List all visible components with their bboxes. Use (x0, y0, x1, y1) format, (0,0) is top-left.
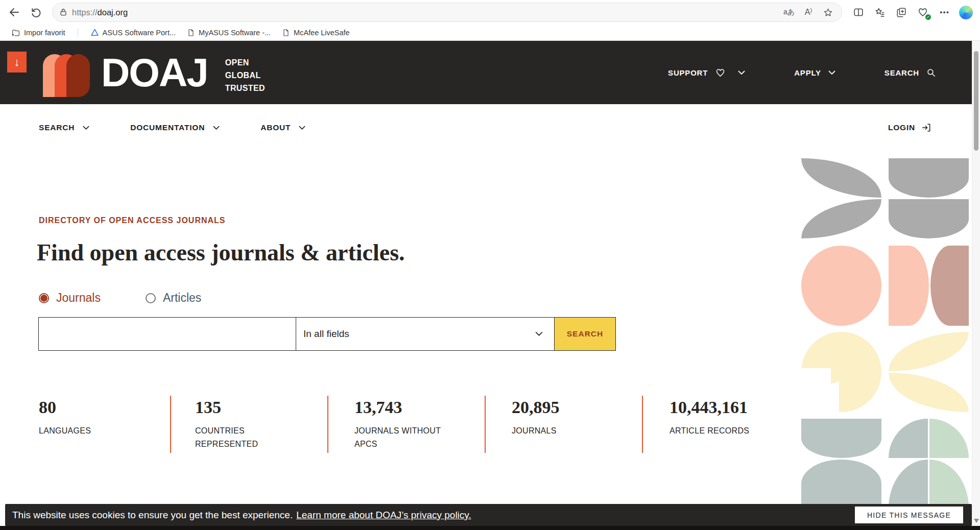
url-scheme: https:// (72, 8, 98, 17)
bookmark-label: ASUS Software Port... (103, 29, 176, 37)
copilot-icon[interactable] (957, 3, 975, 21)
skip-to-content-button[interactable]: ↓ (7, 52, 27, 73)
chevron-down-icon (738, 70, 745, 75)
login-icon (921, 123, 931, 133)
radio-articles[interactable]: Articles (146, 291, 201, 305)
browser-essentials-icon[interactable]: ✓ (914, 3, 932, 21)
chevron-down-icon (213, 126, 220, 130)
deco-tile-gray-bowls (889, 158, 969, 238)
stat-label: JOURNALS (512, 424, 632, 438)
search-button[interactable]: SEARCH (555, 317, 616, 351)
bookmark-label: McAfee LiveSafe (294, 29, 350, 37)
search-type-radios: Journals Articles (39, 291, 201, 305)
radio-journals-label: Journals (56, 291, 101, 305)
page-icon (282, 29, 290, 37)
deco-tile-salmon-circle (801, 246, 881, 326)
address-bar[interactable]: https://doaj.org aあ A) (52, 3, 842, 22)
url-host: doaj.org (98, 8, 128, 17)
bookmark-label: MyASUS Software -... (199, 29, 271, 37)
petal-dark (66, 54, 90, 97)
deco-tile-sage-hourglass (801, 419, 881, 508)
nav-search[interactable]: SEARCH (39, 123, 89, 132)
hide-message-button[interactable]: HIDE THIS MESSAGE (855, 507, 963, 523)
deco-tile-yellow-pacman (801, 332, 881, 412)
nav-about-label: ABOUT (260, 123, 291, 132)
translate-icon[interactable]: aあ (781, 5, 797, 20)
more-menu-icon[interactable]: ⋯ (935, 3, 953, 21)
radio-articles-dot[interactable] (146, 293, 156, 303)
url-text[interactable]: https://doaj.org (72, 8, 777, 17)
bookmark-asus-portal[interactable]: ASUS Software Port... (87, 27, 179, 38)
deco-tile-yellow-leaves (889, 332, 969, 412)
stat-divider (485, 396, 486, 453)
page-icon (187, 29, 195, 37)
bookmarks-separator (78, 29, 78, 37)
refresh-icon[interactable] (27, 3, 45, 21)
stat-divider (170, 396, 171, 453)
back-icon[interactable] (5, 3, 23, 21)
stat-value: 20,895 (512, 398, 632, 417)
tagline-line: TRUSTED (225, 82, 265, 94)
read-aloud-icon[interactable]: A) (801, 5, 816, 20)
deco-tile-half-circles (889, 246, 969, 326)
bookmark-mcafee[interactable]: McAfee LiveSafe (279, 28, 353, 38)
tagline-line: GLOBAL (225, 69, 265, 82)
stat-journals-without-apcs: 13,743 JOURNALS WITHOUT APCS (354, 398, 462, 451)
menu-support[interactable]: SUPPORT (668, 67, 745, 78)
stat-countries: 135 COUNTRIES REPRESENTED (195, 398, 297, 451)
site-subnav: SEARCH DOCUMENTATION ABOUT LOGIN (0, 104, 980, 151)
stat-value: 10,443,161 (670, 398, 790, 417)
deco-tile-gray-leaves (801, 158, 881, 238)
login-link[interactable]: LOGIN (888, 104, 931, 151)
menu-search[interactable]: SEARCH (885, 68, 936, 78)
stat-journals: 20,895 JOURNALS (512, 398, 632, 438)
stat-value: 13,743 (354, 398, 462, 417)
chevron-down-icon (828, 70, 835, 75)
search-field-select[interactable]: In all fields (296, 317, 555, 351)
stat-label: COUNTRIES REPRESENTED (195, 424, 297, 451)
chevron-down-icon (83, 126, 89, 130)
browser-toolbar: https://doaj.org aあ A) ✓ ⋯ (0, 0, 980, 25)
nav-about[interactable]: ABOUT (260, 123, 305, 132)
scrollbar-thumb[interactable] (974, 51, 978, 151)
menu-apply[interactable]: APPLY (794, 68, 835, 77)
stat-value: 80 (39, 398, 159, 417)
chevron-down-icon (299, 126, 305, 130)
privacy-policy-link[interactable]: Learn more about DOAJ’s privacy policy. (296, 510, 471, 521)
doaj-tagline: OPEN GLOBAL TRUSTED (225, 56, 265, 94)
radio-articles-label: Articles (163, 291, 201, 305)
favorite-star-icon[interactable] (820, 5, 835, 20)
bookmark-import-favorites[interactable]: Impor favorit (8, 27, 68, 38)
bookmarks-bar: Impor favorit ASUS Software Port... MyAS… (0, 25, 980, 41)
stat-label: JOURNALS WITHOUT APCS (354, 424, 462, 451)
cookie-message: This website uses cookies to ensure you … (12, 510, 293, 521)
menu-apply-label: APPLY (794, 68, 821, 77)
import-folder-icon (11, 28, 20, 37)
read-aloud-glyph: A (805, 8, 810, 17)
page-title: Find open access journals & articles. (37, 239, 405, 266)
read-aloud-paren: ) (810, 7, 812, 13)
doaj-logo[interactable]: DOAJ OPEN GLOBAL TRUSTED (43, 52, 265, 97)
scrollbar-down-arrow-icon[interactable] (974, 519, 979, 523)
search-input[interactable] (38, 317, 296, 351)
tagline-line: OPEN (225, 56, 265, 69)
chevron-down-icon (535, 331, 543, 336)
stat-label: LANGUAGES (39, 424, 159, 438)
stat-article-records: 10,443,161 ARTICLE RECORDS (670, 398, 790, 438)
screen: https://doaj.org aあ A) ✓ ⋯ Impor (0, 0, 980, 530)
menu-search-label: SEARCH (885, 68, 919, 77)
stat-value: 135 (195, 398, 297, 417)
doaj-logo-petals (43, 54, 90, 97)
bookmark-myasus[interactable]: MyASUS Software -... (184, 28, 274, 38)
favorites-hub-icon[interactable] (871, 3, 889, 21)
radio-journals[interactable]: Journals (39, 291, 101, 305)
lock-icon[interactable] (59, 8, 68, 17)
split-screen-icon[interactable] (849, 3, 868, 21)
nav-documentation[interactable]: DOCUMENTATION (130, 123, 220, 132)
radio-journals-dot[interactable] (39, 293, 49, 303)
collections-icon[interactable] (892, 3, 911, 21)
stat-divider (642, 396, 643, 453)
page-scrollbar[interactable] (972, 41, 980, 530)
stat-label: ARTICLE RECORDS (670, 424, 790, 438)
deco-tile-two-tone-quarters (889, 419, 969, 508)
